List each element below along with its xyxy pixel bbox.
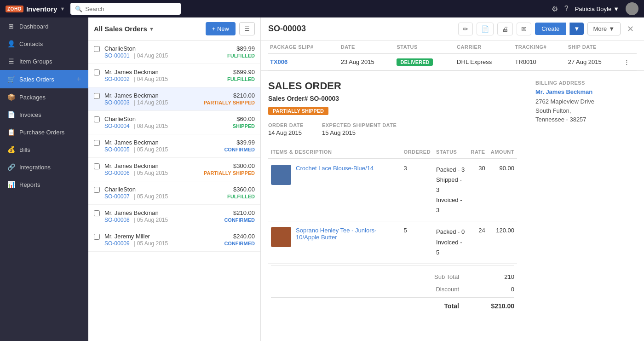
order-number-link[interactable]: SO-00004 xyxy=(104,123,130,129)
order-date-block: ORDER DATE 14 Aug 2015 xyxy=(268,122,304,136)
sidebar-item-item-groups[interactable]: ☰ Item Groups xyxy=(0,52,88,70)
table-row: Soprano Henley Tee - Juniors-10/Apple Bu… xyxy=(268,221,517,263)
order-number-link[interactable]: SO-00002 xyxy=(104,76,130,82)
sidebar-item-reports[interactable]: 📊 Reports xyxy=(0,176,88,193)
list-item[interactable]: Mr. James Beckman SO-00005 | 05 Aug 2015… xyxy=(88,134,260,158)
order-checkbox[interactable] xyxy=(94,210,100,216)
order-customer: CharlieSton xyxy=(104,116,228,122)
order-number-link[interactable]: SO-00008 xyxy=(104,217,130,223)
order-checkbox[interactable] xyxy=(94,116,100,122)
order-number-date: SO-00003 | 14 Aug 2015 xyxy=(104,99,199,106)
list-item[interactable]: CharlieSton SO-00001 | 04 Aug 2015 $89.9… xyxy=(88,40,260,64)
user-menu[interactable]: Patricia Boyle ▼ xyxy=(575,6,619,12)
help-icon[interactable]: ? xyxy=(564,5,569,13)
order-info: Mr. James Beckman SO-00005 | 05 Aug 2015 xyxy=(104,139,219,153)
item-name-link[interactable]: Soprano Henley Tee - Juniors-10/Apple Bu… xyxy=(296,227,398,241)
create-button[interactable]: Create xyxy=(535,23,566,35)
list-item[interactable]: Mr. James Beckman SO-00006 | 05 Aug 2015… xyxy=(88,158,260,181)
add-sales-order-icon[interactable]: + xyxy=(77,75,81,83)
list-item[interactable]: CharlieSton SO-00004 | 08 Aug 2015 $60.0… xyxy=(88,111,260,134)
pkg-col-header: CARRIER xyxy=(455,40,513,54)
order-checkbox[interactable] xyxy=(94,187,100,193)
pdf-button[interactable]: 📄 xyxy=(477,23,494,35)
order-number-link[interactable]: SO-00009 xyxy=(104,240,130,247)
list-panel: All Sales Orders ▼ + New ☰ CharlieSton S… xyxy=(88,17,261,341)
items-col-header: RATE xyxy=(468,145,488,159)
order-checkbox[interactable] xyxy=(94,93,100,99)
table-row: TX006 23 Aug 2015 DELIVERED DHL Express … xyxy=(268,54,637,70)
item-cell: Soprano Henley Tee - Juniors-10/Apple Bu… xyxy=(271,227,398,247)
order-info: Mr. James Beckman SO-00008 | 05 Aug 2015 xyxy=(104,209,219,223)
order-info: CharlieSton SO-00004 | 08 Aug 2015 xyxy=(104,116,228,129)
sidebar-item-purchase-orders[interactable]: 📋 Purchase Orders xyxy=(0,123,88,141)
pkg-slip-link[interactable]: TX006 xyxy=(270,58,288,65)
sidebar-item-dashboard[interactable]: ⊞ Dashboard xyxy=(0,17,88,35)
close-button[interactable]: ✕ xyxy=(624,23,637,35)
list-header-actions: + New ☰ xyxy=(206,22,255,35)
order-number-date: SO-00002 | 04 Aug 2015 xyxy=(104,75,223,82)
order-checkbox[interactable] xyxy=(94,69,100,75)
more-button[interactable]: More ▼ xyxy=(587,22,621,35)
sidebar-item-invoices[interactable]: 📄 Invoices xyxy=(0,106,88,123)
app-logo[interactable]: ZOHO Inventory ▼ xyxy=(6,5,65,13)
reports-icon: 📊 xyxy=(7,181,15,188)
sidebar-label-contacts: Contacts xyxy=(19,40,81,47)
order-date: | 05 Aug 2015 xyxy=(134,146,168,153)
sidebar-item-sales-orders[interactable]: 🛒 Sales Orders + xyxy=(0,70,88,88)
new-order-button[interactable]: + New xyxy=(206,22,236,35)
totals-section: Sub Total 210 Discount 0 Total $210.00 xyxy=(268,271,517,312)
detail-main: SALES ORDER Sales Order# SO-00003 PARTIA… xyxy=(268,80,637,312)
item-status-line: Shipped - 3 xyxy=(436,175,465,195)
item-amount: 120.00 xyxy=(488,221,517,263)
order-number-date: SO-00001 | 04 Aug 2015 xyxy=(104,52,223,59)
list-item[interactable]: Mr. Jeremy Miller SO-00009 | 05 Aug 2015… xyxy=(88,228,260,252)
list-item[interactable]: CharlieSton SO-00007 | 05 Aug 2015 $360.… xyxy=(88,181,260,205)
order-checkbox[interactable] xyxy=(94,140,100,146)
expected-date-block: EXPECTED SHIPMENT DATE 15 Aug 2015 xyxy=(322,122,397,136)
items-table: ITEMS & DESCRIPTIONORDEREDSTATUSRATEAMOU… xyxy=(268,145,517,264)
list-title-dropdown-icon[interactable]: ▼ xyxy=(149,26,154,32)
avatar[interactable] xyxy=(626,2,638,15)
list-item[interactable]: Mr. James Beckman SO-00003 | 14 Aug 2015… xyxy=(88,87,260,111)
list-menu-button[interactable]: ☰ xyxy=(239,22,255,35)
pkg-row-menu[interactable]: ⋮ xyxy=(622,54,637,70)
edit-button[interactable]: ✏ xyxy=(458,23,473,35)
list-item[interactable]: Mr. James Beckman SO-00002 | 04 Aug 2015… xyxy=(88,64,260,87)
order-amount: $210.00 xyxy=(224,209,255,216)
subtotal-value: 210 xyxy=(477,273,514,280)
order-number-link[interactable]: SO-00005 xyxy=(104,146,130,153)
item-name-link[interactable]: Crochet Lace Blouse-Blue/14 xyxy=(296,165,374,172)
order-meta: ORDER DATE 14 Aug 2015 EXPECTED SHIPMENT… xyxy=(268,122,517,136)
sidebar-item-contacts[interactable]: 👤 Contacts xyxy=(0,35,88,52)
order-checkbox[interactable] xyxy=(94,234,100,240)
settings-icon[interactable]: ⚙ xyxy=(552,5,558,13)
sidebar-item-integrations[interactable]: 🔗 Integrations xyxy=(0,158,88,176)
app-dropdown-icon[interactable]: ▼ xyxy=(60,6,65,12)
order-list: CharlieSton SO-00001 | 04 Aug 2015 $89.9… xyxy=(88,40,260,341)
item-image xyxy=(271,165,291,185)
email-button[interactable]: ✉ xyxy=(517,23,531,35)
main-layout: ⊞ Dashboard 👤 Contacts ☰ Item Groups 🛒 S… xyxy=(0,17,644,341)
total-value: $210.00 xyxy=(477,302,514,310)
order-checkbox[interactable] xyxy=(94,163,100,169)
order-number-link[interactable]: SO-00001 xyxy=(104,52,130,59)
topbar-right: ⚙ ? Patricia Boyle ▼ xyxy=(552,2,638,15)
item-status-cell: Packed - 0Invoiced - 5 xyxy=(433,221,468,263)
order-checkbox[interactable] xyxy=(94,46,100,52)
order-right: $60.00 SHIPPED xyxy=(233,116,255,129)
sidebar-label-invoices: Invoices xyxy=(19,111,81,118)
search-input[interactable] xyxy=(85,6,176,12)
sidebar-item-bills[interactable]: 💰 Bills xyxy=(0,141,88,158)
order-number-link[interactable]: SO-00007 xyxy=(104,193,130,200)
order-number-link[interactable]: SO-00006 xyxy=(104,170,130,176)
order-number-date: SO-00005 | 05 Aug 2015 xyxy=(104,146,219,153)
create-dropdown-button[interactable]: ▼ xyxy=(569,23,583,35)
order-amount: $240.00 xyxy=(224,233,255,240)
order-number-link[interactable]: SO-00003 xyxy=(104,99,130,106)
print-button[interactable]: 🖨 xyxy=(497,23,513,35)
sidebar-label-packages: Packages xyxy=(19,94,81,101)
sidebar-item-packages[interactable]: 📦 Packages xyxy=(0,88,88,106)
list-item[interactable]: Mr. James Beckman SO-00008 | 05 Aug 2015… xyxy=(88,205,260,228)
zoho-logo-icon: ZOHO xyxy=(6,6,23,12)
subtotal-label: Sub Total xyxy=(404,273,459,280)
